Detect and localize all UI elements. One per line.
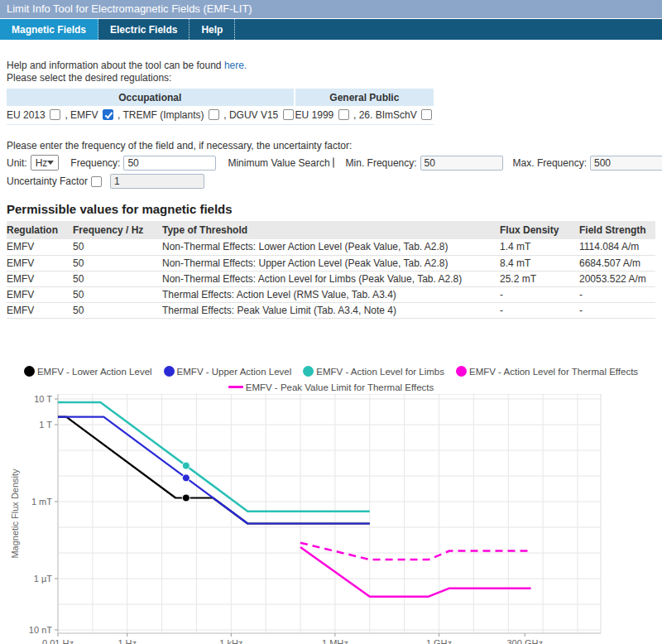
table-row: EMFV50Thermal Effects: Action Level (RMS… <box>7 286 655 302</box>
regulation-group-general-public: EU 1999 , 26. BImSchV <box>295 106 434 125</box>
regulation-label: DGUV V15 <box>229 109 281 121</box>
frequency-form-row: Unit: Hz Frequency: Minimum Value Search… <box>7 155 655 171</box>
regulation-checkbox-tremf-implants-[interactable] <box>209 109 219 120</box>
min-frequency-input[interactable] <box>420 156 503 171</box>
select-regulations-text: Please select the desired regulations: <box>7 72 655 84</box>
data-point-marker[interactable] <box>182 493 189 501</box>
table-cell: 50 <box>73 302 162 318</box>
x-tick-label: 1 Hz <box>118 638 137 644</box>
help-link[interactable]: here. <box>224 60 247 71</box>
uncertainty-factor-input[interactable] <box>110 174 204 189</box>
table-cell: 6684.507 A/m <box>579 255 655 271</box>
uncertainty-factor-checkbox[interactable] <box>91 176 102 187</box>
regulation-checkbox-eu-1999[interactable] <box>338 109 349 120</box>
uncertainty-factor-label: Uncertainty Factor <box>7 175 88 187</box>
results-table-header-row: RegulationFrequency / HzType of Threshol… <box>7 221 655 239</box>
uncertainty-form-row: Uncertainty Factor <box>7 174 655 189</box>
window-title-bar: Limit Info Tool for Electromagnetic Fiel… <box>0 0 662 18</box>
legend-label: EMFV - Peak Value Limit for Thermal Effe… <box>246 382 434 392</box>
table-cell: 50 <box>73 255 162 271</box>
table-cell: EMFV <box>7 286 73 302</box>
table-cell: Non-Thermal Effects: Lower Action Level … <box>162 239 500 255</box>
regulations-header-general-public: General Public <box>295 89 434 106</box>
table-cell: Non-Thermal Effects: Upper Action Level … <box>162 255 500 271</box>
table-cell: EMFV <box>7 239 73 255</box>
frequency-input[interactable] <box>123 156 216 171</box>
unit-label: Unit: <box>7 157 27 169</box>
legend-item: EMFV - Action Level for Thermal Effects <box>456 366 638 377</box>
regulation-label: 26. BImSchV <box>359 109 420 121</box>
regulation-label: EU 2013 <box>7 109 48 121</box>
table-cell: 50 <box>73 271 162 286</box>
chart-legend-row-1: EMFV - Lower Action LevelEMFV - Upper Ac… <box>7 365 655 378</box>
table-cell: 8.4 mT <box>500 255 579 271</box>
help-text: Help and information about the tool can … <box>7 60 222 71</box>
unit-select-value: Hz <box>36 157 48 169</box>
legend-dot-icon <box>456 366 467 377</box>
legend-dot-icon <box>24 366 35 377</box>
results-column-header: Regulation <box>7 221 73 239</box>
regulations-table: Occupational General Public EU 2013 , EM… <box>7 89 434 125</box>
max-frequency-label: Max. Frequency: <box>513 157 587 169</box>
table-row: EMFV50Thermal Effects: Peak Value Limit … <box>7 302 655 318</box>
legend-item: EMFV - Lower Action Level <box>24 366 152 377</box>
legend-dot-icon <box>303 366 314 377</box>
table-row: EMFV50Non-Thermal Effects: Upper Action … <box>7 255 655 271</box>
results-heading: Permissible values for magnetic fields <box>7 202 655 216</box>
page-title: Limit Info Tool for Electromagnetic Fiel… <box>7 2 252 15</box>
legend-item: EMFV - Upper Action Level <box>164 366 292 377</box>
table-cell: Thermal Effects: Action Level (RMS Value… <box>162 286 500 302</box>
chart-plot-area: 0.01 Hz1 Hz1 kHz1 MHz1 GHz300 GHz10 T1 T… <box>7 394 660 644</box>
table-cell: - <box>579 302 655 318</box>
minimum-value-search-label: Minimum Value Search <box>228 157 329 169</box>
frequency-prompt: Please enter the frequency of the field … <box>7 140 655 151</box>
table-cell: EMFV <box>7 255 73 271</box>
table-cell: 50 <box>73 286 162 302</box>
legend-line-icon <box>228 386 243 388</box>
results-column-header: Frequency / Hz <box>73 221 162 239</box>
y-tick-label: 10 T <box>34 394 52 404</box>
minimum-value-search-checkbox[interactable] <box>333 157 334 168</box>
legend-item: EMFV - Action Level for Limbs <box>303 366 444 377</box>
y-tick-label: 1 µT <box>34 574 53 584</box>
chevron-down-icon <box>47 161 54 165</box>
legend-label: EMFV - Action Level for Thermal Effects <box>469 367 638 377</box>
y-tick-label: 1 mT <box>31 497 52 507</box>
unit-select[interactable]: Hz <box>31 155 60 171</box>
regulation-checkbox-dguv-v15[interactable] <box>283 109 294 120</box>
legend-dot-icon <box>164 366 175 377</box>
legend-label: EMFV - Action Level for Limbs <box>316 367 444 377</box>
table-cell: Non-Thermal Effects: Action Level for Li… <box>162 271 500 286</box>
results-column-header: Field Strength <box>579 221 655 239</box>
chart-legend-row-2: EMFV - Peak Value Limit for Thermal Effe… <box>7 381 655 394</box>
table-cell: EMFV <box>7 271 73 286</box>
tab-electric-fields[interactable]: Electric Fields <box>98 19 189 40</box>
x-tick-label: 1 kHz <box>219 638 242 644</box>
table-cell: 20053.522 A/m <box>579 271 655 286</box>
min-frequency-label: Min. Frequency: <box>346 157 417 169</box>
regulations-header-occupational: Occupational <box>7 89 295 106</box>
tab-bar: Magnetic Fields Electric Fields Help <box>0 19 662 40</box>
regulation-checkbox-26-bimschv[interactable] <box>421 109 432 120</box>
table-cell: 1.4 mT <box>500 239 579 255</box>
tab-help[interactable]: Help <box>189 19 235 40</box>
x-tick-label: 300 GHz <box>506 638 542 644</box>
limits-chart: EMFV - Lower Action LevelEMFV - Upper Ac… <box>7 365 655 644</box>
regulation-checkbox-emfv[interactable] <box>103 109 113 120</box>
table-cell: 1114.084 A/m <box>579 239 655 255</box>
tab-magnetic-fields[interactable]: Magnetic Fields <box>0 19 98 40</box>
data-point-marker[interactable] <box>182 462 189 469</box>
regulation-checkbox-eu-2013[interactable] <box>50 109 60 120</box>
y-axis-title: Magnetic Flux Density <box>10 468 20 558</box>
table-cell: - <box>500 286 579 302</box>
y-tick-label: 1 T <box>39 420 52 430</box>
table-cell: - <box>500 302 579 318</box>
table-cell: Thermal Effects: Peak Value Limit (Tab. … <box>162 302 500 318</box>
results-table: RegulationFrequency / HzType of Threshol… <box>7 221 655 319</box>
table-row: EMFV50Non-Thermal Effects: Action Level … <box>7 271 655 286</box>
data-point-marker[interactable] <box>182 473 189 481</box>
help-line: Help and information about the tool can … <box>7 60 655 72</box>
x-tick-label: 1 GHz <box>426 638 452 644</box>
regulation-group-occupational: EU 2013 , EMFV , TREMF (Implants) , DGUV… <box>7 106 295 125</box>
max-frequency-input[interactable] <box>590 156 662 171</box>
